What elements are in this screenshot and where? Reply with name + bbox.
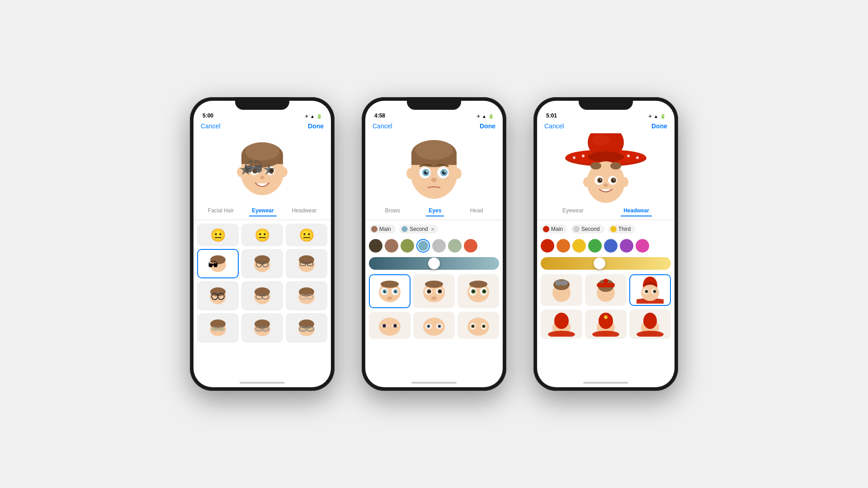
svg-point-92 [472, 291, 474, 293]
svg-text:🕶: 🕶 [208, 259, 218, 271]
eye-style-5[interactable] [458, 312, 499, 339]
eyewear-row-3 [197, 313, 327, 343]
nav-bar-3: Cancel Done [537, 121, 675, 133]
phone-3: 5:01 ✈ ▲ 🔋 Cancel Done [533, 97, 678, 391]
main-pill-2[interactable]: Main [369, 225, 396, 234]
headwear-item-3[interactable] [541, 310, 582, 339]
svg-point-93 [483, 291, 485, 293]
swatch-2-2[interactable] [401, 239, 414, 253]
headwear-item-0[interactable] [541, 274, 582, 306]
svg-point-76 [381, 281, 399, 288]
eyewear-item-3-0[interactable] [197, 313, 239, 343]
phone-3-screen: 5:01 ✈ ▲ 🔋 Cancel Done [537, 101, 675, 387]
eyewear-item-2-1[interactable] [241, 281, 283, 310]
tabs-3: Eyewear Headwear [537, 206, 675, 220]
home-bar-2 [411, 382, 457, 384]
swatch-3-6[interactable] [636, 239, 649, 253]
swatch-2-5[interactable] [448, 239, 462, 253]
done-button-3[interactable]: Done [651, 122, 667, 130]
done-button-1[interactable]: Done [308, 122, 324, 130]
home-indicator-1 [193, 378, 331, 387]
second-close-2[interactable]: ✕ [431, 227, 434, 232]
main-pill-3[interactable]: Main [541, 225, 567, 234]
third-pill-3[interactable]: Third [608, 225, 635, 234]
main-dot-3 [543, 226, 549, 232]
eyewear-item-2-0[interactable] [197, 281, 239, 310]
swatch-3-1[interactable] [557, 239, 570, 253]
slider-container-2[interactable] [369, 256, 499, 271]
swatch-3-5[interactable] [620, 239, 633, 253]
tab-brows[interactable]: Brows [382, 206, 403, 216]
second-pill-3[interactable]: Second [571, 225, 604, 234]
headwear-item-5[interactable] [629, 310, 671, 339]
eye-style-0-selected[interactable] [369, 274, 410, 308]
svg-point-83 [428, 291, 430, 293]
main-label-2: Main [379, 226, 391, 232]
slider-container-3[interactable] [541, 256, 671, 271]
cancel-button-1[interactable]: Cancel [201, 122, 221, 130]
svg-point-57 [453, 168, 462, 179]
swatch-2-6[interactable] [464, 239, 477, 253]
eyewear-item-1-2[interactable] [286, 249, 327, 278]
eyewear-item-0-1[interactable]: 😐 [241, 224, 283, 246]
swatch-3-2[interactable] [572, 239, 586, 253]
headwear-content: Main Second Third [537, 220, 675, 378]
tab-headwear-1[interactable]: Headwear [289, 206, 319, 216]
swatch-2-3-selected[interactable] [416, 239, 430, 253]
cancel-button-2[interactable]: Cancel [373, 122, 392, 130]
svg-point-160 [548, 331, 575, 337]
slider-track-3[interactable] [541, 257, 671, 270]
svg-point-136 [600, 179, 601, 181]
swatch-2-0[interactable] [369, 239, 382, 253]
eyewear-item-3-2[interactable] [286, 313, 327, 343]
tab-facial-hair[interactable]: Facial Hair [205, 206, 236, 216]
avatar-area-3 [537, 133, 675, 206]
swatch-3-4[interactable] [604, 239, 618, 253]
eyewear-item-1-0-selected[interactable]: 🕶 [197, 249, 239, 278]
eyewear-item-0-2[interactable]: 😐 [286, 224, 327, 246]
eyewear-item-2-2[interactable] [286, 281, 327, 310]
done-button-2[interactable]: Done [480, 122, 495, 130]
slider-track-2[interactable] [369, 257, 499, 270]
headwear-item-1[interactable] [585, 274, 627, 306]
tab-eyewear[interactable]: Eyewear [249, 206, 277, 216]
eyewear-item-3-1[interactable] [241, 313, 283, 343]
eye-style-4[interactable] [413, 312, 455, 339]
tab-eyes[interactable]: Eyes [426, 206, 444, 216]
slider-thumb-3[interactable] [594, 258, 605, 269]
svg-point-167 [637, 331, 664, 337]
tab-eyewear-3[interactable]: Eyewear [560, 206, 586, 216]
swatch-2-1[interactable] [385, 239, 398, 253]
svg-point-139 [590, 162, 601, 169]
color-pills-2: Main Second ✕ [369, 223, 499, 235]
tab-headwear-3[interactable]: Headwear [621, 206, 652, 216]
headwear-item-2-selected[interactable] [629, 274, 671, 306]
phone-1: 5:00 ✈ ▲ 🔋 Cancel Done [190, 97, 335, 391]
eye-style-3[interactable] [369, 312, 410, 339]
swatch-2-4[interactable] [432, 239, 446, 253]
nav-bar-2: Cancel Done [365, 121, 503, 133]
airplane-icon-3: ✈ [648, 114, 652, 119]
svg-point-128 [583, 177, 590, 187]
swatch-3-0[interactable] [541, 239, 554, 253]
notch-1 [235, 97, 289, 110]
eye-style-2[interactable] [458, 274, 499, 308]
swatch-3-3[interactable] [588, 239, 602, 253]
second-dot-2 [401, 226, 408, 232]
svg-point-25 [299, 255, 314, 264]
headwear-item-4[interactable] [585, 310, 627, 339]
svg-point-55 [415, 140, 453, 160]
cancel-button-3[interactable]: Cancel [544, 122, 564, 130]
notch-2 [407, 97, 461, 110]
svg-point-43 [218, 327, 224, 331]
second-pill-2[interactable]: Second ✕ [399, 225, 438, 234]
eyewear-item-1-1[interactable] [241, 249, 283, 278]
airplane-icon: ✈ [305, 114, 308, 119]
eye-style-1[interactable] [413, 274, 455, 308]
slider-thumb-2[interactable] [428, 258, 440, 269]
home-indicator-3 [537, 378, 675, 387]
svg-point-56 [406, 168, 415, 179]
tab-head[interactable]: Head [467, 206, 486, 216]
svg-point-5 [280, 167, 288, 177]
eyewear-item-0-0[interactable]: 😐 [197, 224, 239, 246]
